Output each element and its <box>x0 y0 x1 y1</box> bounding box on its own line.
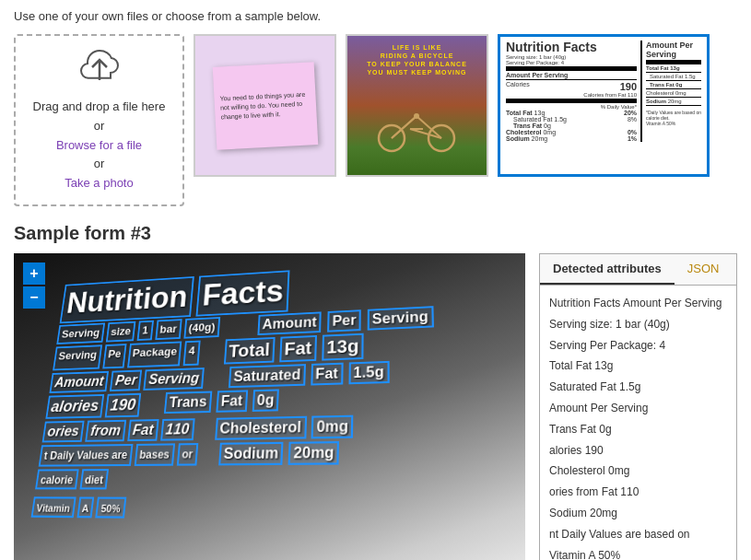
svg-point-8 <box>414 113 419 119</box>
drag-drop-text: Drag and drop a file here or Browse for … <box>33 98 166 193</box>
attribute-item: Vitamin A 50% <box>549 545 727 560</box>
upload-box[interactable]: Drag and drop a file here or Browse for … <box>14 34 184 206</box>
attribute-item: alories 190 <box>549 440 727 461</box>
attribute-item: Cholesterol 0mg <box>549 461 727 482</box>
zoom-out-button[interactable]: − <box>23 286 45 309</box>
bike-text: LIFE IS LIKERIDING A BICYCLETO KEEP YOUR… <box>367 43 467 76</box>
take-photo-link[interactable]: Take a photo <box>65 176 133 190</box>
attribute-item: Trans Fat 0g <box>549 419 727 440</box>
browse-link[interactable]: Browse for a file <box>56 138 142 152</box>
attribute-item: Nutrition Facts Amount Per Serving <box>549 293 727 314</box>
sample-thumb-sticky[interactable]: You need to do things you are not willin… <box>194 34 336 177</box>
sample-thumb-nutrition[interactable]: Nutrition Facts Serving size: 1 bar (40g… <box>498 34 710 177</box>
tab-detected-attributes[interactable]: Detected attributes <box>540 254 675 285</box>
sticky-note-content: You need to do things you are not willin… <box>212 62 318 150</box>
attributes-header: Detected attributes JSON <box>540 254 736 286</box>
samples-row: Drag and drop a file here or Browse for … <box>14 34 737 206</box>
zoom-in-button[interactable]: + <box>23 262 45 285</box>
attribute-item: Amount Per Serving <box>549 398 727 419</box>
attribute-item: Sodium 20mg <box>549 503 727 524</box>
main-area: + − Nutrition Facts <box>14 253 737 560</box>
attribute-item: ories from Fat 110 <box>549 482 727 503</box>
image-viewer[interactable]: + − Nutrition Facts <box>14 253 525 560</box>
attribute-item: Serving size: 1 bar (40g) <box>549 314 727 335</box>
attributes-list: Nutrition Facts Amount Per ServingServin… <box>540 286 736 560</box>
attributes-panel: Detected attributes JSON Nutrition Facts… <box>539 253 737 560</box>
sample-thumb-bike[interactable]: LIFE IS LIKERIDING A BICYCLETO KEEP YOUR… <box>346 34 488 177</box>
attribute-item: Total Fat 13g <box>549 356 727 377</box>
attribute-item: Saturated Fat 1.5g <box>549 377 727 398</box>
attribute-item: Serving Per Package: 4 <box>549 335 727 356</box>
upload-icon <box>77 47 122 90</box>
tab-json[interactable]: JSON <box>675 254 733 285</box>
attribute-item: nt Daily Values are based on <box>549 524 727 545</box>
instruction-text: Use one of your own files or choose from… <box>14 9 737 23</box>
zoom-controls: + − <box>23 262 45 309</box>
section-title: Sample form #3 <box>14 223 737 244</box>
